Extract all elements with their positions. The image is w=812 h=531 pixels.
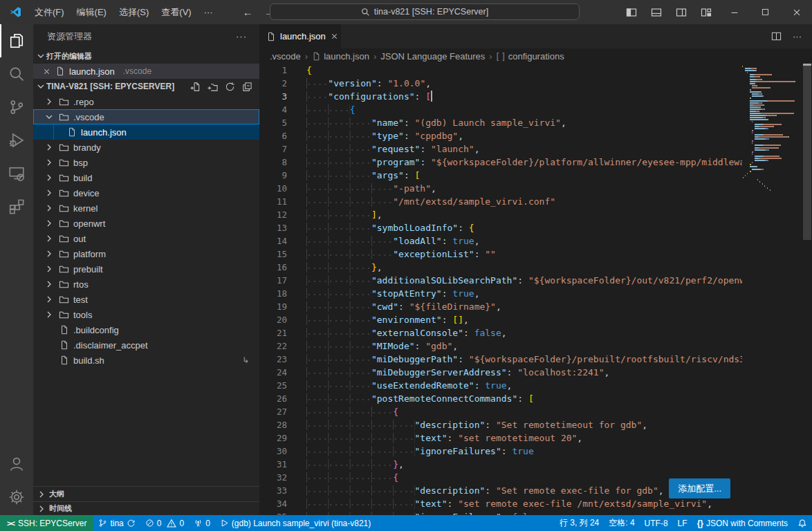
tree-item-build[interactable]: build <box>33 170 259 185</box>
eol-sequence[interactable]: LF <box>673 519 692 528</box>
problems-indicator[interactable]: 0 0 <box>140 515 189 531</box>
code-line-29[interactable]: 29 "text": "set remotetimeout 20", <box>259 431 742 445</box>
tree-item-rtos[interactable]: rtos <box>33 277 259 292</box>
code-line-24[interactable]: 24 "miDebuggerServerAddress": "localhost… <box>259 366 742 379</box>
code-line-16[interactable]: 16 }, <box>259 261 742 274</box>
tree-item-bsp[interactable]: bsp <box>33 155 259 170</box>
code-line-12[interactable]: 12 ], <box>259 208 742 221</box>
indentation[interactable]: 空格: 4 <box>604 517 639 529</box>
new-folder-icon[interactable] <box>207 82 218 92</box>
add-configuration-button[interactable]: 添加配置... <box>669 478 730 499</box>
scrollbar-thumb[interactable] <box>803 64 811 240</box>
code-line-11[interactable]: 11 "/mnt/extsd/sample_virvi.conf" <box>259 195 742 208</box>
code-line-31[interactable]: 31 }, <box>259 458 742 471</box>
remote-explorer-icon[interactable] <box>0 157 33 190</box>
code-line-1[interactable]: 1{ <box>259 64 742 77</box>
close-icon[interactable] <box>42 67 51 76</box>
code-line-19[interactable]: 19 "cwd": "${fileDirname}", <box>259 300 742 313</box>
code-line-13[interactable]: 13 "symbolLoadInfo": { <box>259 221 742 234</box>
tab-launch-json[interactable]: launch.json <box>259 24 341 48</box>
tree-item-tools[interactable]: tools <box>33 307 259 322</box>
menu-edit[interactable]: 编辑(E) <box>71 3 113 21</box>
code-line-10[interactable]: 10 "-path", <box>259 182 742 195</box>
tree-item-openwrt[interactable]: openwrt <box>33 216 259 231</box>
minimap[interactable] <box>742 66 802 192</box>
command-center-search[interactable]: tina-v821 [SSH: EPYCServer] <box>270 3 580 20</box>
code-line-9[interactable]: 9 "args": [ <box>259 169 742 182</box>
editor-scrollbar[interactable] <box>802 64 812 515</box>
language-mode[interactable]: {} JSON with Comments <box>692 519 793 528</box>
tree-item-brandy[interactable]: brandy <box>33 140 259 155</box>
code-line-35[interactable]: 35 "ignoreFailures": false <box>259 510 742 515</box>
search-icon[interactable] <box>0 57 33 91</box>
code-line-22[interactable]: 22 "MIMode": "gdb", <box>259 339 742 353</box>
window-close-button[interactable] <box>781 0 812 24</box>
window-minimize-button[interactable] <box>719 0 750 24</box>
breadcrumb-json-language-features[interactable]: JSON Language Features <box>380 51 485 62</box>
toggle-panel-icon[interactable] <box>644 7 669 18</box>
code-line-25[interactable]: 25 "useExtendedRemote": true, <box>259 379 742 392</box>
tree-item-device[interactable]: device <box>33 185 259 201</box>
source-control-icon[interactable] <box>0 91 33 124</box>
tree-item-.buildconfig[interactable]: .buildconfig <box>33 322 259 337</box>
timeline-panel-header[interactable]: 时间线 <box>33 501 259 515</box>
open-editor-item-launch-json[interactable]: launch.json .vscode <box>33 64 259 79</box>
tree-item-build.sh[interactable]: build.sh↳ <box>33 353 259 368</box>
code-line-15[interactable]: 15 "exceptionList": "" <box>259 248 742 261</box>
code-line-3[interactable]: 3 "configurations": [ <box>259 90 742 103</box>
toggle-secondary-sidebar-icon[interactable] <box>669 7 694 18</box>
code-line-14[interactable]: 14 "loadAll": true, <box>259 234 742 248</box>
collapse-all-icon[interactable] <box>242 82 252 92</box>
editor-more-actions-icon[interactable]: ··· <box>793 31 802 41</box>
code-area[interactable]: 1{2 "version": "1.0.0",3 "configurations… <box>259 64 812 515</box>
tree-item-platform[interactable]: platform <box>33 246 259 261</box>
menu-file[interactable]: 文件(F) <box>28 3 71 21</box>
refresh-icon[interactable] <box>225 82 235 92</box>
tab-close-icon[interactable] <box>330 32 339 41</box>
code-line-27[interactable]: 27 { <box>259 405 742 418</box>
code-line-30[interactable]: 30 "ignoreFailures": true <box>259 445 742 458</box>
open-editors-header[interactable]: 打开的编辑器 <box>33 48 259 64</box>
code-line-34[interactable]: 34 "text": "set remote exec-file /mnt/ex… <box>259 497 742 510</box>
tree-item-kernel[interactable]: kernel <box>33 201 259 216</box>
branch-indicator[interactable]: tina <box>93 515 140 531</box>
menu-more[interactable]: ··· <box>198 4 219 20</box>
toggle-sidebar-icon[interactable] <box>619 7 644 18</box>
code-line-26[interactable]: 26 "postRemoteConnectCommands": [ <box>259 392 742 405</box>
new-file-icon[interactable] <box>190 82 201 92</box>
tree-item-test[interactable]: test <box>33 292 259 307</box>
notifications-bell-icon[interactable] <box>793 519 812 528</box>
menu-selection[interactable]: 选择(S) <box>113 3 155 21</box>
workspace-header[interactable]: TINA-V821 [SSH: EPYCSERVER] <box>33 79 259 94</box>
customize-layout-icon[interactable] <box>694 7 719 18</box>
explorer-more-actions-icon[interactable]: ··· <box>236 31 247 41</box>
account-icon[interactable] <box>0 447 33 481</box>
split-editor-icon[interactable] <box>771 31 782 41</box>
explorer-files-icon[interactable] <box>0 24 33 57</box>
code-line-4[interactable]: 4 { <box>259 103 742 116</box>
settings-gear-icon[interactable] <box>0 481 33 514</box>
remote-indicator[interactable]: >< SSH: EPYCServer <box>0 515 93 531</box>
tree-item-out[interactable]: out <box>33 231 259 246</box>
menu-view[interactable]: 查看(V) <box>155 3 197 21</box>
breadcrumb-launch-json[interactable]: launch.json <box>312 51 369 62</box>
tree-item-launch.json[interactable]: launch.json <box>33 124 259 140</box>
outline-panel-header[interactable]: 大纲 <box>33 486 259 501</box>
window-maximize-button[interactable] <box>750 0 781 24</box>
code-line-28[interactable]: 28 "description": "Set remotetimeout for… <box>259 418 742 431</box>
code-line-2[interactable]: 2 "version": "1.0.0", <box>259 77 742 90</box>
tree-item-.vscode[interactable]: .vscode <box>33 109 259 124</box>
breadcrumb-configurations[interactable]: [ ] configurations <box>497 51 564 62</box>
code-line-17[interactable]: 17 "additionalSOLibSearchPath": "${works… <box>259 274 742 287</box>
code-line-20[interactable]: 20 "environment": [], <box>259 313 742 326</box>
code-line-23[interactable]: 23 "miDebuggerPath": "${workspaceFolder}… <box>259 353 742 366</box>
code-line-7[interactable]: 7 "request": "launch", <box>259 142 742 156</box>
tree-item-.disclaimer_accpet[interactable]: .disclaimer_accpet <box>33 337 259 353</box>
extensions-icon[interactable] <box>0 190 33 223</box>
code-line-21[interactable]: 21 "externalConsole": false, <box>259 326 742 339</box>
code-line-18[interactable]: 18 "stopAtEntry": true, <box>259 287 742 300</box>
encoding[interactable]: UTF-8 <box>640 519 673 528</box>
tree-item-.repo[interactable]: .repo <box>33 94 259 109</box>
nav-back-icon[interactable]: ← <box>243 6 253 18</box>
ports-indicator[interactable]: 0 <box>189 515 215 531</box>
